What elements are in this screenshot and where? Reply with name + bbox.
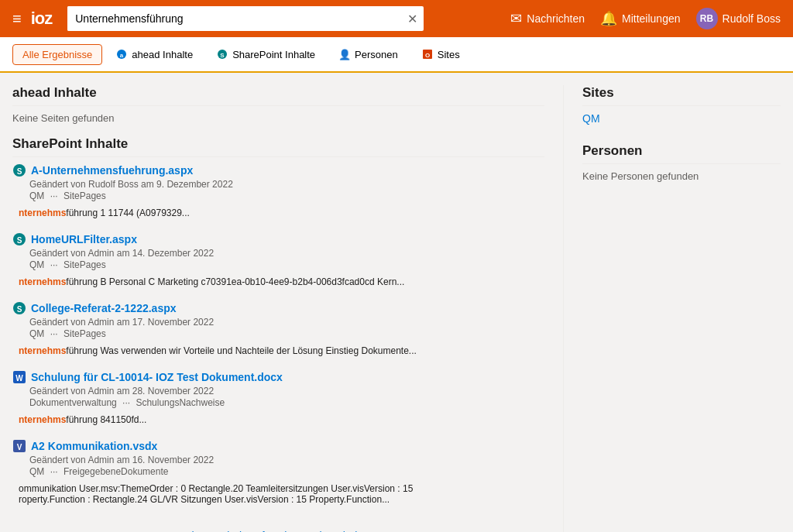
highlight-text: nternehms [19,414,66,425]
result-title: HomeURLFilter.aspx [31,233,137,245]
highlight-text: nternehms [19,276,66,287]
word-icon: W [12,370,26,384]
filter-tab-all-label: Alle Ergebnisse [22,49,92,60]
right-column: Sites QM Personen Keine Personen gefunde… [564,85,781,532]
result-meta: Geändert von Admin am 17. November 2022 [29,317,544,328]
visio-icon: V [12,439,26,453]
search-input[interactable] [67,6,401,31]
svg-text:S: S [17,305,22,314]
svg-text:W: W [15,374,23,383]
ahead-section-title: ahead Inhalte [12,85,544,106]
svg-text:O: O [425,52,430,59]
result-path: QM ··· FreigegebeneDokumente [29,466,544,477]
sharepoint-icon: S [12,163,26,177]
sites-section-title: Sites [582,85,781,106]
result-meta: Geändert von Admin am 28. November 2022 [29,386,544,396]
result-excerpt: nternehmsführung B Personal C Marketing … [12,273,544,290]
result-meta: Geändert von Admin am 16. November 2022 [29,455,544,465]
header: ≡ ioz ✕ ✉ Nachrichten 🔔 Mitteilungen RB … [0,0,793,37]
sharepoint-filter-icon: S [216,48,228,60]
left-column: ahead Inhalte Keine Seiten gefunden Shar… [12,85,564,532]
ahead-no-results: Keine Seiten gefunden [12,112,544,124]
sharepoint-icon: S [12,232,26,246]
main-content: ahead Inhalte Keine Seiten gefunden Shar… [0,73,793,532]
result-item-link[interactable]: S College-Referat-2-1222.aspx [12,301,544,315]
mitteilungen-action[interactable]: 🔔 Mitteilungen [600,10,681,27]
personen-section: Personen Keine Personen gefunden [582,143,781,182]
mitteilungen-label: Mitteilungen [622,12,681,25]
highlight-text: nternehms [19,345,66,356]
filter-bar: Alle Ergebnisse a ahead Inhalte S ShareP… [0,37,793,73]
svg-text:V: V [17,443,22,451]
list-item: S College-Referat-2-1222.aspx Geändert v… [12,301,544,359]
filter-tab-ahead-label: ahead Inhalte [132,49,193,60]
nachrichten-label: Nachrichten [527,12,585,25]
result-path: QM ··· SitePages [29,328,544,339]
result-excerpt: nternehmsführung Was verwenden wir Vorte… [12,342,544,359]
avatar: RB [696,8,718,29]
svg-text:S: S [220,52,225,59]
more-results: Mehr Ergebnisse für SharePoint Inhalte → [12,520,544,532]
logo: ioz [31,9,53,29]
result-excerpt: ommunikation User.msv:ThemeOrder : 0 Rec… [12,480,544,508]
ahead-icon: a [115,48,128,60]
sharepoint-section: SharePoint Inhalte S A-Unternehmensfuehr… [12,136,544,532]
user-menu[interactable]: RB Rudolf Boss [696,8,781,29]
office-icon: O [421,48,434,60]
result-path: Dokumentverwaltung ··· SchulungsNachweis… [29,397,544,408]
filter-tab-sharepoint[interactable]: S SharePoint Inhalte [206,43,325,65]
result-path: QM ··· SitePages [29,259,544,270]
ahead-section: ahead Inhalte Keine Seiten gefunden [12,85,544,124]
list-item: S HomeURLFilter.aspx Geändert von Admin … [12,232,544,290]
sharepoint-icon: S [12,301,26,315]
result-item-link[interactable]: S HomeURLFilter.aspx [12,232,544,246]
result-item-link[interactable]: V A2 Kommunikation.vsdx [12,439,544,453]
svg-text:S: S [17,167,22,176]
header-right: ✉ Nachrichten 🔔 Mitteilungen RB Rudolf B… [510,8,781,29]
sites-section: Sites QM [582,85,781,125]
result-meta: Geändert von Rudolf Boss am 9. Dezember … [29,179,544,190]
filter-tab-personen[interactable]: 👤 Personen [328,43,408,65]
result-excerpt: nternehmsführung 1 11744 (A0979329... [12,204,544,221]
filter-tab-sites[interactable]: O Sites [411,43,470,65]
result-item-link[interactable]: W Schulung für CL-10014- IOZ Test Dokume… [12,370,544,384]
sites-item[interactable]: QM [582,112,781,125]
result-title: A2 Kommunikation.vsdx [31,440,157,452]
highlight-text: nternehms [19,208,66,218]
filter-tab-ahead[interactable]: a ahead Inhalte [105,43,203,65]
search-bar: ✕ [67,6,424,31]
list-item: W Schulung für CL-10014- IOZ Test Dokume… [12,370,544,428]
result-title: A-Unternehmensfuehrung.aspx [31,164,193,177]
mail-icon: ✉ [510,10,522,27]
filter-tab-sites-label: Sites [438,49,460,60]
sharepoint-section-title: SharePoint Inhalte [12,136,544,157]
filter-tab-all[interactable]: Alle Ergebnisse [12,44,102,65]
svg-text:S: S [17,236,22,245]
filter-tab-sharepoint-label: SharePoint Inhalte [232,49,315,60]
search-clear-button[interactable]: ✕ [401,6,424,31]
list-item: S A-Unternehmensfuehrung.aspx Geändert v… [12,163,544,221]
svg-text:a: a [120,52,124,59]
list-item: V A2 Kommunikation.vsdx Geändert von Adm… [12,439,544,508]
person-icon: 👤 [338,48,351,60]
result-meta: Geändert von Admin am 14. Dezember 2022 [29,248,544,259]
result-title: Schulung für CL-10014- IOZ Test Dokument… [31,371,283,383]
personen-no-results: Keine Personen gefunden [582,170,781,182]
user-name: Rudolf Boss [723,12,781,25]
nachrichten-action[interactable]: ✉ Nachrichten [510,10,585,27]
menu-icon[interactable]: ≡ [12,10,22,28]
result-item-link[interactable]: S A-Unternehmensfuehrung.aspx [12,163,544,177]
result-path: QM ··· SitePages [29,190,544,201]
result-excerpt: nternehmsführung 841150fd... [12,411,544,428]
filter-tab-personen-label: Personen [355,49,398,60]
result-title: College-Referat-2-1222.aspx [31,302,177,314]
bell-icon: 🔔 [600,10,617,27]
personen-section-title: Personen [582,143,781,164]
